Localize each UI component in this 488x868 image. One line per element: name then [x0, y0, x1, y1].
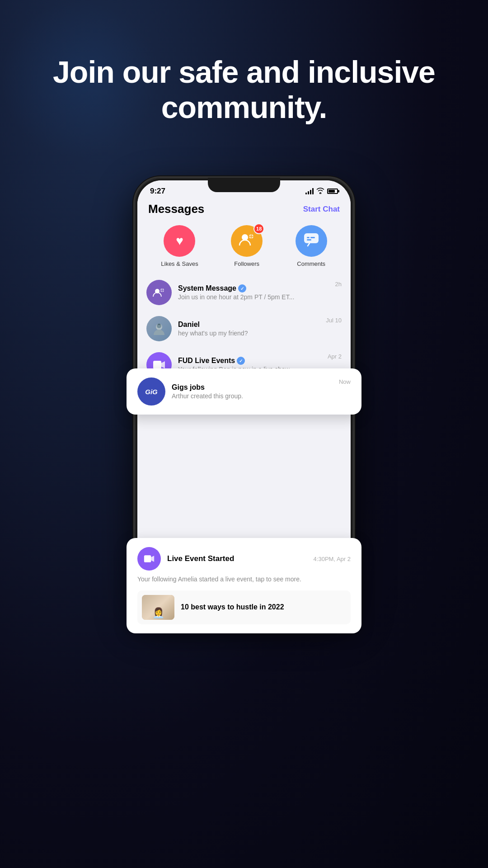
- svg-marker-16: [161, 361, 165, 368]
- heart-icon: ♥: [176, 234, 183, 248]
- svg-rect-14: [158, 324, 160, 325]
- system-message-content: System Message ✓ Join us in one hour at …: [178, 284, 329, 301]
- wifi-icon: [316, 188, 324, 195]
- start-chat-button[interactable]: Start Chat: [303, 205, 340, 214]
- system-sender: System Message ✓: [178, 284, 329, 292]
- live-event-title: Live Event Started: [167, 554, 234, 563]
- system-time: 2h: [335, 281, 342, 288]
- thumbnail-image: [142, 595, 174, 620]
- live-avatar: [137, 547, 161, 571]
- category-followers[interactable]: 18 Followers: [231, 225, 263, 267]
- categories-row: ♥ Likes & Saves 18: [137, 222, 351, 274]
- live-event-description: Your following Amelia started a live eve…: [137, 575, 351, 584]
- followers-icon: [239, 233, 255, 250]
- daniel-message-content: Daniel hey what's up my friend?: [178, 321, 319, 337]
- messages-title: Messages: [148, 202, 204, 216]
- gigs-avatar: GiG: [137, 377, 165, 406]
- messages-header: Messages Start Chat: [137, 198, 351, 222]
- fud-verified-badge: ✓: [237, 357, 245, 365]
- headline-line2: community.: [161, 90, 327, 124]
- svg-rect-6: [310, 237, 315, 238]
- live-event-time: 4:30PM, Apr 2: [314, 556, 351, 562]
- gig-logo-text: GiG: [145, 388, 158, 396]
- likes-label: Likes & Saves: [161, 260, 198, 267]
- status-time: 9:27: [150, 187, 165, 196]
- system-avatar: [146, 280, 172, 305]
- fud-sender: FUD Live Events ✓: [178, 357, 321, 365]
- gigs-content: Gigs jobs Arthur created this group.: [172, 383, 333, 400]
- category-likes[interactable]: ♥ Likes & Saves: [161, 225, 198, 267]
- live-event-floating-card[interactable]: Live Event Started 4:30PM, Apr 2 Your fo…: [127, 538, 361, 633]
- signal-icon: [305, 188, 314, 194]
- daniel-time: Jul 10: [326, 317, 342, 324]
- gigs-time: Now: [339, 378, 351, 385]
- headline-line1: Join our safe and inclusive: [53, 55, 435, 89]
- message-list: System Message ✓ Join us in one hour at …: [137, 274, 351, 383]
- followers-badge: 18: [253, 223, 264, 234]
- gigs-preview: Arthur created this group.: [172, 392, 333, 400]
- svg-marker-24: [151, 556, 154, 562]
- gigs-message-row: GiG Gigs jobs Arthur created this group.…: [137, 377, 351, 406]
- live-video-icon: [144, 554, 155, 564]
- comments-icon-wrap: [296, 225, 327, 257]
- live-post-title: 10 best ways to hustle in 2022: [181, 603, 284, 611]
- daniel-avatar: [146, 316, 172, 341]
- message-item-system[interactable]: System Message ✓ Join us in one hour at …: [137, 274, 351, 311]
- gigs-sender: Gigs jobs: [172, 383, 333, 392]
- live-event-left: Live Event Started: [137, 547, 234, 571]
- message-item-daniel[interactable]: Daniel hey what's up my friend? Jul 10: [137, 311, 351, 347]
- status-icons: [305, 188, 338, 195]
- fud-time: Apr 2: [328, 353, 342, 360]
- daniel-preview: hey what's up my friend?: [178, 330, 319, 337]
- phone-notch: [208, 178, 280, 192]
- category-comments[interactable]: Comments: [296, 225, 327, 267]
- svg-rect-15: [153, 361, 161, 369]
- likes-icon-wrap: ♥: [164, 225, 195, 257]
- comment-icon: [303, 232, 319, 250]
- followers-label: Followers: [234, 260, 259, 267]
- live-event-post[interactable]: 10 best ways to hustle in 2022: [137, 590, 351, 624]
- gigs-floating-card[interactable]: GiG Gigs jobs Arthur created this group.…: [127, 368, 361, 415]
- live-event-title-wrap: Live Event Started: [167, 554, 234, 563]
- live-thumbnail: [142, 595, 174, 620]
- headline: Join our safe and inclusive community.: [0, 54, 488, 125]
- system-verified-badge: ✓: [238, 284, 246, 292]
- svg-rect-23: [144, 555, 151, 562]
- followers-icon-wrap: 18: [231, 225, 263, 257]
- svg-rect-5: [307, 237, 310, 238]
- comments-label: Comments: [297, 260, 325, 267]
- daniel-sender: Daniel: [178, 321, 319, 329]
- system-preview: Join us in one hour at 2pm PT / 5pm ET..…: [178, 293, 329, 301]
- battery-icon: [327, 189, 338, 194]
- svg-rect-7: [307, 239, 311, 241]
- live-event-header: Live Event Started 4:30PM, Apr 2: [137, 547, 351, 571]
